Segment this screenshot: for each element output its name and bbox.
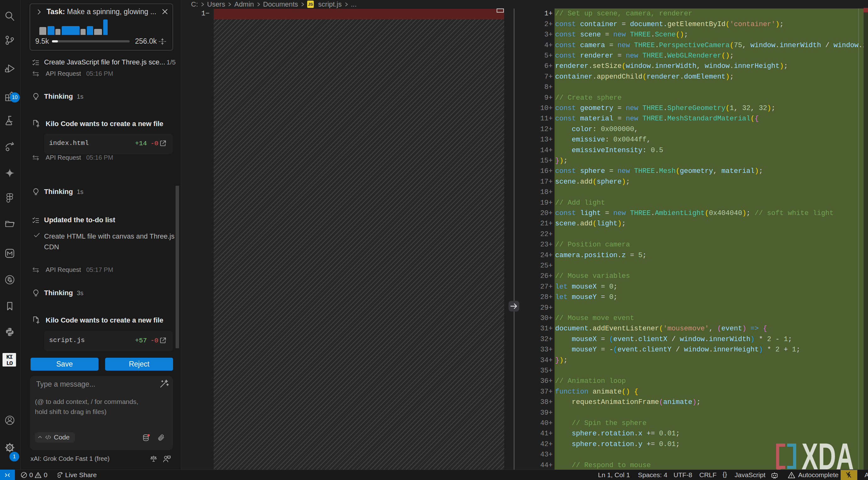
svg-text:XDA: XDA (802, 440, 854, 470)
